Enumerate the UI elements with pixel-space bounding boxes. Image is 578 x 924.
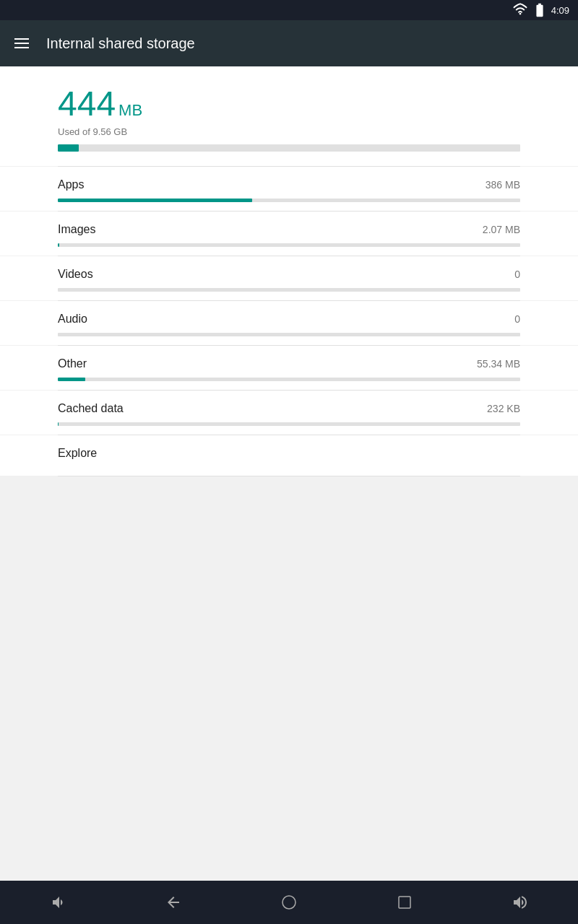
audio-header: Audio 0: [58, 313, 520, 326]
storage-summary: 444 MB Used of 9.56 GB: [0, 66, 578, 166]
apps-bar: [58, 199, 520, 202]
audio-value: 0: [514, 313, 520, 325]
other-label: Other: [58, 357, 87, 370]
audio-label: Audio: [58, 313, 87, 326]
cached-header: Cached data 232 KB: [58, 402, 520, 415]
other-header: Other 55.34 MB: [58, 357, 520, 370]
total-progress-fill: [58, 144, 79, 152]
images-bar: [58, 243, 520, 247]
videos-item[interactable]: Videos 0: [0, 256, 578, 300]
back-button[interactable]: [152, 888, 195, 917]
menu-button[interactable]: [12, 35, 32, 51]
volume-down-icon: [49, 894, 66, 911]
images-label: Images: [58, 223, 95, 236]
videos-label: Videos: [58, 268, 93, 281]
divider-7: [58, 476, 520, 476]
status-bar: 4:09: [0, 0, 578, 20]
other-bar: [58, 378, 520, 381]
volume-up-button[interactable]: [499, 888, 542, 917]
explore-header: Explore: [58, 447, 520, 460]
volume-up-icon: [512, 894, 529, 911]
images-bar-fill: [58, 243, 59, 247]
apps-value: 386 MB: [486, 179, 520, 191]
other-value: 55.34 MB: [477, 358, 520, 370]
other-item[interactable]: Other 55.34 MB: [0, 346, 578, 390]
cached-label: Cached data: [58, 402, 124, 415]
videos-value: 0: [514, 269, 520, 280]
explore-label: Explore: [58, 447, 97, 460]
recents-button[interactable]: [383, 888, 426, 917]
images-header: Images 2.07 MB: [58, 223, 520, 236]
cached-value: 232 KB: [487, 403, 520, 414]
apps-header: Apps 386 MB: [58, 178, 520, 191]
bottom-nav: [0, 881, 578, 924]
volume-down-button[interactable]: [36, 888, 79, 917]
battery-icon: [532, 2, 548, 18]
apps-bar-fill: [58, 199, 252, 202]
page-title: Internal shared storage: [46, 35, 195, 52]
home-button[interactable]: [267, 888, 311, 917]
storage-used-label: Used of 9.56 GB: [58, 126, 520, 137]
svg-rect-1: [399, 897, 410, 908]
status-icons: 4:09: [512, 2, 569, 18]
apps-item[interactable]: Apps 386 MB: [0, 167, 578, 211]
back-icon: [165, 894, 182, 911]
explore-item[interactable]: Explore: [0, 435, 578, 476]
other-bar-fill: [58, 378, 85, 381]
cached-data-item[interactable]: Cached data 232 KB: [0, 391, 578, 435]
audio-bar: [58, 333, 520, 336]
wifi-icon: [512, 2, 528, 18]
apps-label: Apps: [58, 178, 84, 191]
videos-bar: [58, 288, 520, 292]
storage-number: 444: [58, 84, 116, 123]
svg-point-0: [282, 896, 296, 909]
images-value: 2.07 MB: [483, 224, 520, 235]
status-time: 4:09: [551, 5, 569, 16]
content-area: 444 MB Used of 9.56 GB Apps 386 MB Image…: [0, 66, 578, 881]
videos-header: Videos 0: [58, 268, 520, 281]
storage-unit: MB: [118, 101, 142, 120]
recents-icon: [396, 894, 413, 911]
total-progress-bar: [58, 144, 520, 152]
app-bar: Internal shared storage: [0, 20, 578, 66]
home-icon: [280, 894, 298, 911]
cached-bar-fill: [58, 422, 59, 426]
cached-bar: [58, 422, 520, 426]
audio-item[interactable]: Audio 0: [0, 301, 578, 345]
images-item[interactable]: Images 2.07 MB: [0, 212, 578, 256]
storage-amount: 444 MB: [58, 84, 520, 123]
